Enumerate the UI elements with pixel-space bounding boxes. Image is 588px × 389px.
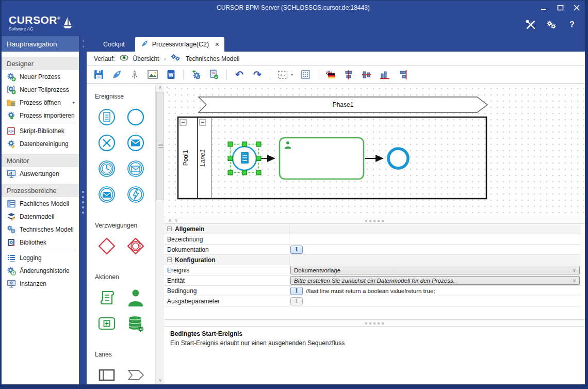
sidebar-item-auswertungen[interactable]: Auswertungen [2,167,79,180]
canvas-properties-splitter[interactable]: ∧∨ [164,217,585,224]
pool-label: Pool1 [182,150,189,166]
svg-text:+ -: + - [280,72,286,77]
splitter-grip[interactable] [82,191,84,214]
sidebar-item-neuer-teilprozess[interactable]: Neuer Teilprozess [2,83,79,96]
data-task-icon[interactable] [124,312,148,335]
tab-cockpit[interactable]: Cockpit [94,37,134,52]
validate-script-button[interactable] [208,69,220,80]
property-grid: Allgemein Bezeichnung Dokumentation I [164,224,585,319]
scroll-down-icon[interactable]: ∨ [156,377,165,384]
redo-button[interactable]: ↷ [252,69,263,80]
description-panel: Bedingtes Start-Ereignis Ein Start-Ereig… [164,327,585,384]
sidebar-item-prozess-importieren[interactable]: Prozess importieren [2,109,79,122]
text-editor-button[interactable]: I [290,287,303,295]
script-task-icon[interactable] [95,286,119,310]
chevron-right-icon[interactable]: › [83,44,84,49]
phase-icon[interactable] [124,363,148,384]
sidebar-item-fachliches-modell[interactable]: Fachliches Modell [2,197,79,210]
collapse-icon[interactable] [167,257,172,262]
sidebar-item-instanzen[interactable]: Instanzen [2,277,79,290]
splitter-collapse-arrows[interactable]: ∧∨ [168,218,181,223]
align-middle-horizontal-button[interactable] [361,69,372,80]
subprocess-icon[interactable] [95,312,119,335]
scroll-up-icon[interactable]: ∧ [156,84,165,91]
sidebar-item-prozess-oeffnen[interactable]: Prozess öffnen ▾ [2,96,79,109]
collapse-icon[interactable] [167,226,172,231]
tab-prozessvorlage[interactable]: Prozessvorlage(C2) ✕ [135,37,225,52]
user-task-node[interactable] [280,138,364,179]
palette-group-ereignisse: Ereignisse [95,93,155,100]
align-bottom-button[interactable] [379,69,390,80]
palette-collapse-chevrons[interactable]: ‹› [165,85,170,95]
timer-event-icon[interactable] [95,157,119,181]
cancel-event-icon[interactable] [95,131,119,155]
lane-icon[interactable] [95,363,119,384]
user-task-icon[interactable] [124,286,148,310]
publish-rocket-button[interactable] [111,69,122,80]
properties-description-splitter[interactable] [164,319,585,327]
conditional-start-event-icon[interactable] [95,105,119,129]
grid-button[interactable] [300,69,311,80]
splitter-grip[interactable] [365,220,384,222]
bezeichnung-field[interactable] [289,234,581,244]
process-settings-button[interactable] [190,69,202,80]
start-event-icon[interactable] [124,105,148,129]
palette-group-lanes: Lanes [95,351,155,358]
breadcrumb-uebersicht[interactable]: Übersicht [133,55,159,62]
sidebar-item-technisches-modell[interactable]: Technisches Modell [2,223,79,236]
breadcrumb-prefix: Verlauf: [94,55,115,62]
chevron-down-icon[interactable]: ▾ [72,100,75,105]
text-editor-button[interactable]: I [290,246,303,254]
process-canvas[interactable]: ‹› Phase1 [164,84,585,217]
palette-scrollbar[interactable]: ∧ ∨ [155,84,164,384]
sidebar-item-bibliothek[interactable]: Bibliothek [2,236,79,249]
sidebar-item-aenderungshistorie[interactable]: Änderungshistorie [2,264,79,277]
toolbar-separator [270,70,270,80]
align-center-vertical-button[interactable] [343,69,354,80]
workspace: Ereignisse [87,84,585,384]
property-group-allgemein[interactable]: Allgemein [164,224,581,234]
align-right-button[interactable] [397,69,409,80]
settings-gears-icon[interactable] [546,20,557,30]
undo-button[interactable]: ↶ [234,69,245,80]
scrollbar-thumb[interactable] [156,92,164,200]
zoom-fit-button[interactable]: + - [277,69,288,80]
palette-group-aktionen: Aktionen [95,273,155,281]
tools-icon[interactable] [525,20,536,30]
sidebar-item-neuer-prozess[interactable]: Neuer Prozess [2,70,79,83]
shape-palette: Ereignisse [87,84,155,384]
end-event-node[interactable] [388,149,408,168]
sidebar-item-skript-bibliothek[interactable]: </> Skript-Bibliothek [2,124,79,137]
help-icon[interactable]: ? [566,20,578,30]
save-button[interactable] [93,69,104,80]
toolbar-separator [318,70,318,80]
tab-close-icon[interactable]: ✕ [215,41,219,48]
export-word-button[interactable]: W [165,69,176,80]
lane-label: Lane1 [199,149,206,166]
maximize-button[interactable] [556,4,564,11]
ereignis-dropdown[interactable]: Dokumentvorlage ∨ [290,266,580,274]
chevron-down-icon[interactable]: ▾ [291,72,293,77]
message-start-event-icon[interactable] [124,131,148,155]
close-button[interactable] [573,4,581,11]
sidebar-item-datenbereinigung[interactable]: Datenbereinigung [2,137,79,150]
language-flag-button[interactable] [325,69,336,80]
property-group-konfiguration[interactable]: Konfiguration [164,255,581,265]
window-title: CURSOR-BPM-Server (SCHLOSSOS.cursor.de:1… [2,4,585,11]
exclusive-gateway-icon[interactable] [95,234,119,258]
breadcrumb-technisches-modell[interactable]: Technisches Modell [186,55,240,62]
signal-event-icon[interactable] [124,183,148,206]
minimize-button[interactable] [540,4,548,11]
message-throw-event-icon[interactable] [95,183,119,206]
export-image-button[interactable] [147,69,158,80]
splitter-grip[interactable] [365,322,384,325]
complex-gateway-icon[interactable] [124,234,148,258]
sidebar-item-logging[interactable]: Logging [2,251,79,264]
sidebar-item-datenmodell[interactable]: Datenmodell [2,210,79,223]
technical-model-icon [7,225,16,234]
entitaet-dropdown[interactable]: Bitte erstellen Sie zunächst ein Datenmo… [290,276,580,285]
message-catch-event-icon[interactable] [124,157,148,181]
chevron-left-icon[interactable]: ‹ [83,38,84,43]
draft-rocket-button[interactable] [129,69,140,80]
sidebar-collapse-strip[interactable]: ‹ › [79,36,87,384]
